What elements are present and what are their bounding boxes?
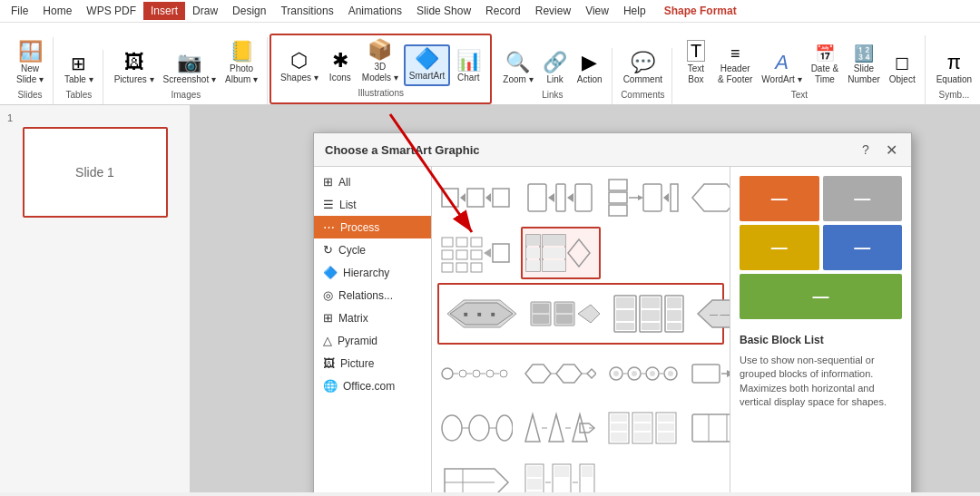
diagram-cell-5-2[interactable] xyxy=(521,403,599,453)
sidebar-officecom[interactable]: 🌐 Office.com xyxy=(314,374,431,397)
menu-slideshow[interactable]: Slide Show xyxy=(409,2,478,20)
menu-insert[interactable]: Insert xyxy=(143,2,185,20)
svg-rect-94 xyxy=(692,365,720,383)
slides-group-label: Slides xyxy=(13,90,47,102)
diagram-cell-6-1[interactable] xyxy=(437,457,515,492)
screenshot-button[interactable]: 📷 Screenshot ▾ xyxy=(160,50,220,88)
diagram-cell-s-1[interactable]: ■ ■ ■ xyxy=(443,288,521,339)
3d-models-icon: 📦 xyxy=(368,40,392,60)
3d-models-button[interactable]: 📦 3DModels ▾ xyxy=(358,37,402,86)
diagram-cell-5-4[interactable] xyxy=(688,403,730,453)
wordart-button[interactable]: A WordArt ▾ xyxy=(758,50,805,88)
screenshot-icon: 📷 xyxy=(177,53,201,73)
menu-review[interactable]: Review xyxy=(528,2,578,20)
shapes-button[interactable]: ⬡ Shapes ▾ xyxy=(277,48,322,86)
dialog-close-button[interactable]: ✕ xyxy=(882,141,900,159)
diagram-svg-s-1: ■ ■ ■ xyxy=(446,291,518,336)
diagram-cell-2-1[interactable] xyxy=(437,228,515,278)
tables-group-label: Tables xyxy=(61,90,97,102)
slide-number-button[interactable]: 🔢 SlideNumber xyxy=(844,43,884,88)
ribbon-group-illustrations: ⬡ Shapes ▾ ✱ Icons 📦 3DModels ▾ 🔷 SmartA… xyxy=(270,34,492,104)
equation-button[interactable]: π Equation xyxy=(933,50,975,88)
photo-album-button[interactable]: 📒 PhotoAlbum ▾ xyxy=(221,39,261,88)
menu-record[interactable]: Record xyxy=(478,2,528,20)
dialog-sidebar: ⊞ All ☰ List ⋯ Process ↻ xyxy=(314,167,432,492)
diagram-cell-s-4[interactable]: — — — — xyxy=(693,288,730,339)
sidebar-all[interactable]: ⊞ All xyxy=(314,170,431,193)
diagram-cell-5-3[interactable] xyxy=(604,403,682,453)
zoom-button[interactable]: 🔍 Zoom ▾ xyxy=(499,50,536,88)
new-slide-button[interactable]: 🪟 NewSlide ▾ xyxy=(13,39,47,88)
sidebar-list[interactable]: ☰ List xyxy=(314,193,431,216)
svg-rect-61 xyxy=(642,323,660,330)
menu-help[interactable]: Help xyxy=(616,2,653,20)
sidebar-relationship[interactable]: ◎ Relations... xyxy=(314,284,431,306)
diagram-svg-6-1 xyxy=(440,460,513,492)
comment-button[interactable]: 💬 Comment xyxy=(620,50,666,88)
diagram-cell-4-4[interactable] xyxy=(688,348,730,399)
svg-point-75 xyxy=(486,370,494,377)
menu-transitions[interactable]: Transitions xyxy=(273,2,340,20)
menu-file[interactable]: File xyxy=(4,2,35,20)
diagram-cell-1-2[interactable] xyxy=(521,172,599,223)
sidebar-process[interactable]: ⋯ Process xyxy=(314,216,431,238)
slide-thumbnail[interactable]: Slide 1 xyxy=(23,127,168,218)
table-button[interactable]: ⊞ Table ▾ xyxy=(61,52,97,88)
menu-wps-pdf[interactable]: WPS PDF xyxy=(79,2,143,20)
preview-title: Basic Block List xyxy=(740,334,902,346)
svg-rect-17 xyxy=(643,184,662,211)
diagram-cell-4-2[interactable] xyxy=(521,348,599,399)
date-time-button[interactable]: 📅 Date &Time xyxy=(808,43,843,88)
menu-home[interactable]: Home xyxy=(35,2,79,20)
svg-rect-133 xyxy=(527,491,542,492)
chart-button[interactable]: 📊 Chart xyxy=(452,48,485,86)
svg-rect-116 xyxy=(634,423,651,431)
diagram-row-2 xyxy=(437,227,724,279)
svg-marker-20 xyxy=(692,184,730,211)
diagram-cell-s-2[interactable] xyxy=(526,288,604,339)
smartart-button[interactable]: 🔷 SmartArt xyxy=(404,44,450,86)
link-button[interactable]: 🔗 Link xyxy=(539,50,572,88)
icons-button[interactable]: ✱ Icons xyxy=(324,48,357,86)
menu-draw[interactable]: Draw xyxy=(185,2,225,20)
menu-shape-format[interactable]: Shape Format xyxy=(657,2,744,20)
svg-rect-22 xyxy=(442,238,453,247)
sidebar-matrix[interactable]: ⊞ Matrix xyxy=(314,306,431,329)
table-icon: ⊞ xyxy=(71,54,86,73)
diagram-cell-5-1[interactable] xyxy=(437,403,515,453)
diagram-cell-1-1[interactable] xyxy=(437,172,515,223)
object-button[interactable]: ☐ Object xyxy=(886,53,919,88)
diagram-cell-1-4[interactable] xyxy=(688,172,730,223)
menu-animations[interactable]: Animations xyxy=(341,2,409,20)
svg-rect-2 xyxy=(442,189,458,207)
diagram-svg-2-1 xyxy=(440,230,513,276)
chart-icon: 📊 xyxy=(456,51,481,71)
slide-number-icon: 🔢 xyxy=(854,45,874,62)
diagram-grid[interactable]: ■ ■ ■ xyxy=(432,167,730,492)
sidebar-pyramid[interactable]: △ Pyramid xyxy=(314,329,431,352)
svg-rect-25 xyxy=(456,238,467,247)
dialog-help-button[interactable]: ? xyxy=(857,141,875,159)
diagram-cell-1-3[interactable] xyxy=(604,172,682,223)
sidebar-hierarchy[interactable]: 🔷 Hierarchy xyxy=(314,261,431,284)
diagram-cell-s-3[interactable] xyxy=(610,288,688,339)
svg-text:■: ■ xyxy=(464,310,468,318)
pictures-button[interactable]: 🖼 Pictures ▾ xyxy=(111,50,158,88)
photo-album-icon: 📒 xyxy=(230,42,254,62)
dialog-overlay: Choose a SmartArt Graphic ? ✕ ⊞ All xyxy=(191,105,980,492)
diagram-cell-6-2[interactable] xyxy=(521,457,599,492)
diagram-svg-5-4 xyxy=(691,405,730,451)
sidebar-cycle[interactable]: ↻ Cycle xyxy=(314,238,431,261)
sidebar-picture[interactable]: 🖼 Picture xyxy=(314,352,431,374)
svg-rect-52 xyxy=(556,315,573,324)
textbox-button[interactable]: T TextBox xyxy=(680,37,712,88)
diagram-cell-4-1[interactable] xyxy=(437,348,515,399)
svg-marker-8 xyxy=(548,193,554,202)
action-button[interactable]: ▶ Action xyxy=(573,50,606,88)
diagram-cell-2-2[interactable] xyxy=(521,227,601,279)
header-footer-button[interactable]: ≡ Header& Footer xyxy=(714,43,756,88)
diagram-cell-4-3[interactable] xyxy=(604,348,682,399)
menu-view[interactable]: View xyxy=(578,2,616,20)
menu-design[interactable]: Design xyxy=(225,2,273,20)
svg-rect-32 xyxy=(493,244,509,262)
